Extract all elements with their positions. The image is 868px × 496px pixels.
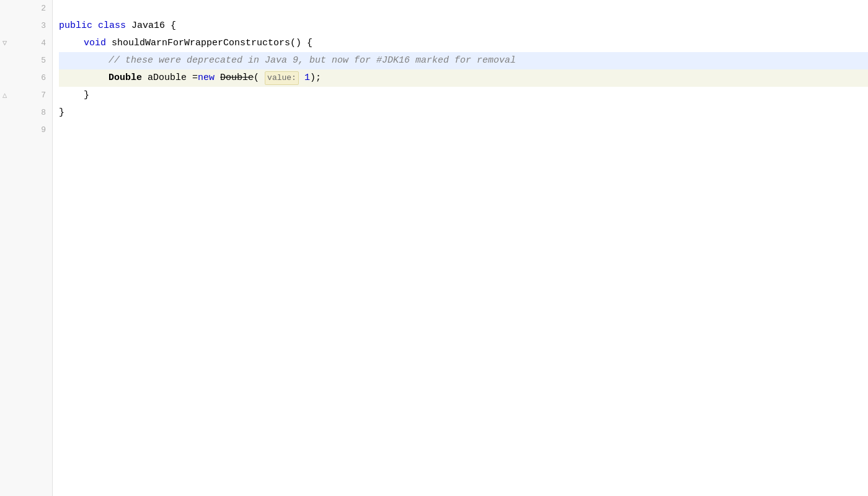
code-var-name: aDouble = (142, 71, 198, 85)
code-space (215, 71, 220, 85)
line-num-3: 3 (41, 20, 46, 32)
code-close: ); (310, 71, 321, 85)
param-hint-value: value: (265, 71, 299, 85)
code-line-6: Double aDouble = new Double ( value: 1 )… (59, 69, 868, 87)
keyword-public-class: public class (59, 19, 126, 33)
code-line-2 (59, 0, 868, 17)
editor-container: 2 3 ▽ 4 5 6 △ 7 8 9 (0, 0, 868, 496)
gutter-line-6: 6 (0, 69, 52, 87)
line-num-7: 7 (41, 89, 46, 102)
code-line-9 (59, 122, 868, 139)
code-closing-brace-class: } (59, 105, 64, 120)
line-num-6: 6 (41, 72, 46, 84)
gutter-line-8: 8 (0, 104, 52, 122)
code-classname: Java16 { (126, 19, 176, 33)
line-num-9: 9 (41, 124, 46, 136)
code-line-8: } (59, 104, 868, 122)
code-line-5: // these were deprecated in Java 9, but … (59, 52, 868, 69)
code-comment: // these were deprecated in Java 9, but … (108, 53, 516, 68)
keyword-void: void (84, 36, 106, 50)
gutter-line-5: 5 (0, 52, 52, 69)
line-number-gutter: 2 3 ▽ 4 5 6 △ 7 8 9 (0, 0, 53, 496)
gutter-line-7[interactable]: △ 7 (0, 87, 52, 104)
gutter-line-2: 2 (0, 0, 52, 17)
code-area[interactable]: public class Java16 { void shouldWarnFor… (53, 0, 868, 496)
line-num-4: 4 (41, 37, 46, 50)
fold-down-icon-4[interactable]: ▽ (2, 38, 7, 50)
line-num-5: 5 (41, 55, 46, 67)
code-method-name: shouldWarnForWrapperConstructors() { (106, 36, 312, 50)
code-closing-brace-method: } (84, 88, 89, 102)
code-space-2 (259, 71, 265, 85)
code-open-paren: ( (254, 71, 259, 85)
code-space-3 (299, 71, 304, 85)
code-line-7: } (59, 87, 868, 104)
code-line-3: public class Java16 { (59, 17, 868, 35)
code-deprecated-double: Double (220, 71, 254, 85)
gutter-line-4[interactable]: ▽ 4 (0, 35, 52, 52)
code-type-double: Double (108, 71, 142, 85)
code-param-value-1: 1 (304, 71, 310, 85)
keyword-new: new (198, 71, 215, 85)
gutter-line-9: 9 (0, 122, 52, 139)
line-num-2: 2 (41, 2, 46, 15)
fold-up-icon-7[interactable]: △ (2, 90, 7, 102)
line-num-8: 8 (41, 107, 46, 119)
gutter-line-3: 3 (0, 17, 52, 35)
code-line-4: void shouldWarnForWrapperConstructors() … (59, 35, 868, 52)
